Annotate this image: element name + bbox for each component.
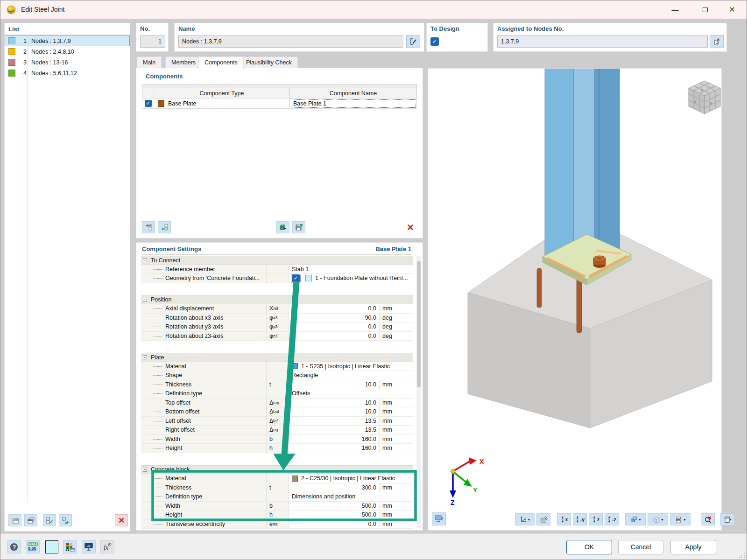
list-item[interactable]: 3Nodes : 13-16 xyxy=(5,57,130,68)
settings-row-value[interactable]: 0.0 xyxy=(289,304,379,313)
component-name-cell[interactable]: Base Plate 1 xyxy=(289,98,416,108)
settings-row-value[interactable]: 13.5 xyxy=(289,426,379,434)
collapse-icon[interactable] xyxy=(143,355,147,359)
settings-row-symbol xyxy=(266,474,289,483)
ok-button[interactable]: OK xyxy=(566,540,612,554)
maximize-button[interactable] xyxy=(694,0,716,19)
scrollbar-thumb[interactable] xyxy=(417,261,421,387)
viewport-3d[interactable]: -z -x -y X Y Z xyxy=(428,68,722,531)
tab-main[interactable]: Main xyxy=(137,56,162,68)
collapse-icon[interactable] xyxy=(143,258,147,262)
settings-row-value[interactable]: 13.5 xyxy=(289,417,379,426)
geometry-checkbox[interactable]: ✓ xyxy=(292,274,300,282)
cube-face-right-label[interactable]: -y xyxy=(709,100,712,105)
view-navigation-button[interactable] xyxy=(432,512,446,525)
settings-row: Left offsetΔlef13.5mm xyxy=(141,417,413,426)
settings-row-label: Definition type xyxy=(141,492,266,501)
settings-row-value[interactable]: Rectangle xyxy=(289,371,413,380)
tab-members[interactable]: Members xyxy=(165,56,202,68)
delete-joint-button[interactable]: ✕ xyxy=(115,514,128,526)
view-minus-z-button[interactable]: -z xyxy=(605,513,619,525)
panel-toggle-button[interactable] xyxy=(720,513,734,525)
settings-section-header[interactable]: To Connect xyxy=(141,256,413,265)
settings-row-value[interactable]: 500.0 xyxy=(289,502,379,511)
cube-face-left-label[interactable]: -x xyxy=(693,99,697,104)
minimize-button[interactable]: — xyxy=(664,0,686,19)
collapse-icon[interactable] xyxy=(143,298,147,302)
settings-row-value[interactable]: 160.0 xyxy=(289,435,379,444)
settings-section-header[interactable]: Position xyxy=(141,295,413,305)
remove-component-button[interactable] xyxy=(158,221,171,233)
collapse-icon[interactable] xyxy=(143,468,147,472)
coordinate-system-button[interactable]: ▾ xyxy=(515,513,535,525)
units-settings-button[interactable]: 0,00 xyxy=(26,540,40,553)
settings-section-header[interactable]: Concrete block xyxy=(141,465,413,475)
cube-face-top-label[interactable]: -z xyxy=(700,87,703,91)
copy-joint-button[interactable] xyxy=(24,514,37,526)
settings-row-value[interactable]: 10.0 xyxy=(289,399,379,407)
component-checkbox[interactable]: ✓ xyxy=(145,100,152,107)
new-joint-button[interactable]: ★ xyxy=(8,514,21,526)
pick-nodes-button[interactable] xyxy=(710,35,724,48)
view-label: -y xyxy=(580,517,585,522)
settings-row-value[interactable]: -90.0 xyxy=(289,314,379,322)
regenerate-checks-button[interactable]: ✓ xyxy=(59,514,72,526)
settings-row-value[interactable]: 300.0 xyxy=(289,483,379,492)
view-x-button[interactable]: x xyxy=(557,513,571,525)
cancel-button[interactable]: Cancel xyxy=(618,540,663,554)
measure-button[interactable] xyxy=(536,513,550,525)
settings-row-value[interactable]: 500.0 xyxy=(289,511,379,519)
delete-component-button[interactable]: ✕ xyxy=(404,221,417,233)
settings-row-value[interactable]: 10.0 xyxy=(289,380,379,389)
navigation-cube[interactable]: -z -x -y xyxy=(689,81,720,114)
settings-section-header[interactable]: Plate xyxy=(141,353,413,362)
cancel-zoom-button[interactable] xyxy=(701,513,715,525)
color-swatch-button[interactable] xyxy=(45,540,58,553)
settings-row-value[interactable]: 10.0 xyxy=(289,407,379,416)
add-component-button[interactable] xyxy=(142,221,155,233)
settings-row-value[interactable]: 1 - S235 | Isotropic | Linear Elastic xyxy=(289,362,413,371)
graphics-settings-button[interactable] xyxy=(82,540,96,553)
settings-row-value[interactable]: Stab 1 xyxy=(289,265,413,274)
render-mode-button[interactable]: ▾ xyxy=(625,513,646,525)
to-design-checkbox[interactable]: ✓ xyxy=(430,37,439,46)
component-name-text[interactable]: Base Plate 1 xyxy=(291,99,416,108)
close-button[interactable]: ✕ xyxy=(721,0,743,19)
list-item[interactable]: 4Nodes : 5,6,11,12 xyxy=(5,68,130,78)
print-graphic-button[interactable]: ▾ xyxy=(670,513,691,525)
import-component-button[interactable] xyxy=(276,221,289,233)
settings-row-value[interactable]: 2 - C25/30 | Isotropic | Linear Elastic xyxy=(289,474,413,483)
tab-plausibility-check[interactable]: Plausibility Check xyxy=(240,56,298,68)
settings-row-value[interactable]: Offsets xyxy=(289,389,413,398)
component-row[interactable]: ✓ Base Plate Base Plate 1 xyxy=(142,98,417,109)
resize-grip[interactable] xyxy=(738,552,745,558)
tab-components[interactable]: Components xyxy=(198,56,244,69)
rename-button[interactable] xyxy=(406,35,420,48)
monitor-icon xyxy=(84,542,94,552)
help-button[interactable]: ? xyxy=(7,540,21,553)
settings-row-value[interactable]: 0.0 xyxy=(289,332,379,341)
name-input[interactable]: Nodes : 1,3,7,9 xyxy=(178,35,403,48)
wireframe-mode-button[interactable]: ▾ xyxy=(648,513,668,525)
view-minus-y-button[interactable]: -y xyxy=(573,513,587,525)
settings-row-value[interactable]: 0.0 xyxy=(289,520,379,529)
joint-number: 4 xyxy=(19,70,27,77)
settings-row-label: Rotation about z3-axis xyxy=(141,332,266,341)
settings-scrollbar[interactable] xyxy=(416,256,421,528)
formula-button[interactable]: fx xyxy=(100,540,114,553)
list-item[interactable]: 1Nodes : 1,3,7,9 xyxy=(5,35,130,46)
apply-button[interactable]: Apply xyxy=(670,540,716,554)
settings-row-unit: deg xyxy=(379,332,413,341)
display-properties-button[interactable]: A xyxy=(63,540,77,553)
apply-checks-button[interactable]: ✓✓ xyxy=(43,514,56,526)
list-item[interactable]: 2Nodes : 2,4,8,10 xyxy=(5,46,130,57)
settings-row-value[interactable]: ✓1 - Foundation Plate without Reinf... xyxy=(289,274,413,283)
assigned-nodes-input[interactable]: 1,3,7,9 xyxy=(497,35,708,48)
component-type-cell[interactable]: Base Plate xyxy=(154,98,289,108)
settings-row-value[interactable]: 160.0 xyxy=(289,444,379,453)
save-component-button[interactable] xyxy=(292,221,305,233)
no-input[interactable]: 1 xyxy=(140,35,165,48)
settings-row-value[interactable]: 0.0 xyxy=(289,322,379,331)
view-z-button[interactable]: z xyxy=(589,513,603,525)
settings-row-value[interactable]: Dimensions and position xyxy=(289,492,413,501)
